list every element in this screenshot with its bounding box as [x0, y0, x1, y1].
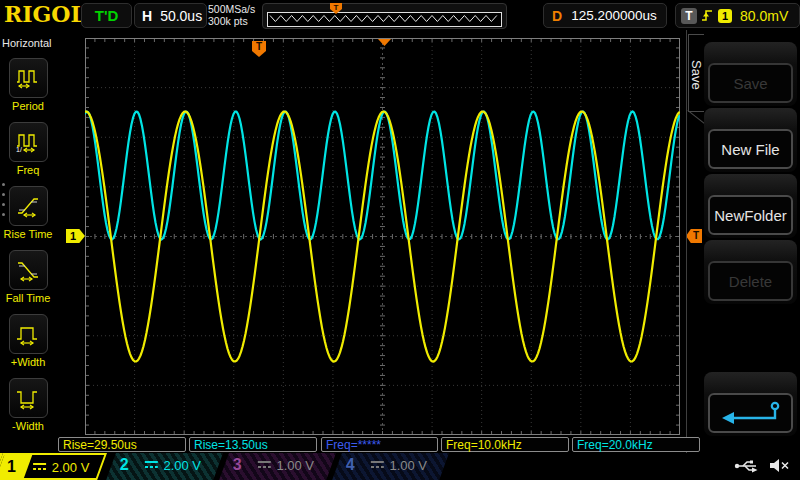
dc-coupling-icon: [33, 463, 46, 470]
freq-icon: 1/: [9, 122, 48, 162]
measurement-readout[interactable]: Freq=20.0kHz: [572, 437, 700, 452]
menu-tab: Save: [688, 34, 704, 112]
rise-time-icon: [9, 186, 48, 226]
minus-width-icon: [9, 378, 48, 418]
channel-2-block[interactable]: 2 2.00 V: [106, 453, 223, 480]
sidebar-item-label: -Width: [0, 420, 56, 432]
oscilloscope-screen: RIGOL T'D H 50.0us 500MSa/s 300k pts T D…: [0, 0, 800, 480]
usb-icon: [734, 458, 761, 473]
preview-window: [267, 12, 502, 27]
rising-edge-icon: [701, 8, 713, 23]
channel-status-bar: 1 2.00 V2 2.00 V3 1.00 V4 1.00 V: [0, 453, 800, 480]
sidebar-item-period[interactable]: Period: [0, 58, 56, 112]
trigger-source-badge: 1: [718, 9, 732, 23]
save-button: Save: [708, 63, 793, 103]
dc-coupling-icon: [258, 461, 271, 468]
menu-cell: [704, 372, 797, 436]
channel-1-block[interactable]: 1 2.00 V: [0, 453, 107, 480]
sidebar-item--width[interactable]: +Width: [0, 314, 56, 368]
measurement-readout[interactable]: Rise=29.50us: [58, 437, 186, 452]
dc-coupling-icon: [145, 461, 158, 468]
waveform-preview[interactable]: T: [262, 3, 507, 29]
scope-graticule-and-traces: [85, 38, 680, 435]
measure-sidebar: Horizontal Period1/ Freq Rise Time Fall …: [0, 30, 56, 453]
menu-divider: [686, 30, 687, 453]
return-button[interactable]: [708, 393, 793, 433]
plus-width-icon: [9, 314, 48, 354]
horizontal-label: H: [142, 8, 152, 24]
menu-cell: New File: [704, 108, 797, 172]
menu-cell: Save: [704, 42, 797, 106]
delete-button: Delete: [708, 261, 793, 301]
fall-time-icon: [9, 250, 48, 290]
trigger-label: T: [681, 8, 697, 24]
period-icon: [9, 58, 48, 98]
system-status-icons: [734, 458, 790, 473]
measurement-readout[interactable]: Freq=10.0kHz: [441, 437, 569, 452]
ch1-ground-marker[interactable]: 1: [66, 229, 85, 243]
trigger-info-box[interactable]: T 1 80.0mV: [675, 3, 800, 28]
channel-number: 4: [346, 456, 355, 474]
page-indicator-dots: [2, 183, 5, 223]
acquisition-info: 500MSa/s 300k pts: [208, 3, 255, 27]
measurement-readout[interactable]: Rise=13.50us: [189, 437, 317, 452]
trigger-level-value: 80.0mV: [740, 8, 788, 24]
menu-cell: NewFolder: [704, 174, 797, 238]
sidebar-item-label: Rise Time: [0, 228, 56, 240]
svg-text:1/: 1/: [16, 146, 22, 153]
memory-depth: 300k pts: [208, 15, 255, 27]
menu-tab-notch: [687, 110, 704, 124]
sidebar-item-label: Period: [0, 100, 56, 112]
sidebar-item-fall-time[interactable]: Fall Time: [0, 250, 56, 304]
sidebar-item-label: +Width: [0, 356, 56, 368]
sidebar-item-rise-time[interactable]: Rise Time: [0, 186, 56, 240]
channel-4-block[interactable]: 4 1.00 V: [332, 453, 449, 480]
new-file-button[interactable]: New File: [708, 129, 793, 169]
sidebar-item-label: Fall Time: [0, 292, 56, 304]
sample-rate: 500MSa/s: [208, 3, 255, 15]
sidebar-item-freq[interactable]: 1/ Freq: [0, 122, 56, 176]
channel-scale: 2.00 V: [52, 460, 90, 475]
sidebar-item-label: Freq: [0, 164, 56, 176]
top-status-bar: RIGOL T'D H 50.0us 500MSa/s 300k pts T D…: [0, 0, 800, 30]
sidebar-item--width[interactable]: -Width: [0, 378, 56, 432]
delay-box[interactable]: D 125.200000us: [543, 3, 667, 28]
speaker-muted-icon[interactable]: [769, 458, 790, 473]
trigger-level-marker[interactable]: T: [686, 229, 702, 243]
channel-number: 3: [233, 456, 242, 474]
delay-label: D: [552, 8, 562, 24]
channel-number-tab: [0, 455, 32, 478]
channel-scale: 1.00 V: [276, 458, 314, 473]
measurement-readout[interactable]: Freq=*****: [321, 437, 438, 452]
trigger-status-badge[interactable]: T'D: [81, 3, 132, 28]
return-arrow-icon: [716, 400, 786, 426]
sidebar-title: Horizontal: [2, 37, 52, 49]
preview-sparkline: [268, 13, 499, 24]
timebase-value: 50.0us: [160, 8, 202, 24]
newfolder-button[interactable]: NewFolder: [708, 195, 793, 235]
menu-cell: Delete: [704, 240, 797, 304]
dc-coupling-icon: [371, 461, 384, 468]
delay-value: 125.200000us: [571, 8, 657, 23]
channel-scale: 1.00 V: [389, 458, 427, 473]
channel-scale: 2.00 V: [163, 458, 201, 473]
timebase-box[interactable]: H 50.0us: [134, 3, 207, 28]
channel-3-block[interactable]: 3 1.00 V: [219, 453, 336, 480]
channel-number: 2: [120, 456, 129, 474]
channel-number: 1: [7, 458, 16, 476]
rigol-logo: RIGOL: [4, 1, 82, 27]
